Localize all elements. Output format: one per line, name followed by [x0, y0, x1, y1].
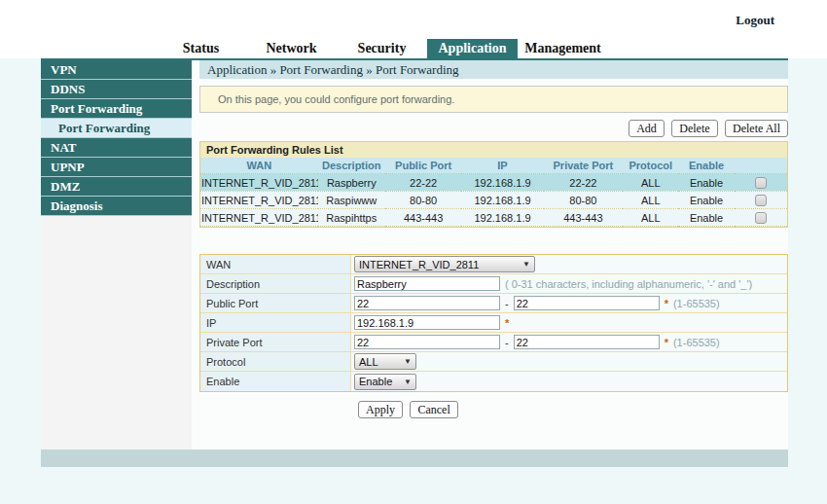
table-cell: 22-22	[385, 174, 461, 192]
table-row[interactable]: INTERNET_R_VID_2811Raspihttps443-443192.…	[200, 209, 787, 227]
delete-all-button[interactable]: Delete All	[725, 120, 788, 137]
cancel-button[interactable]: Cancel	[410, 401, 457, 418]
rules-list-panel: Port Forwarding Rules List WANDescriptio…	[199, 141, 788, 228]
row-checkbox[interactable]	[755, 212, 767, 224]
table-cell: INTERNET_R_VID_2811	[200, 174, 318, 192]
sidebar-item-port-forwarding[interactable]: Port Forwarding	[41, 99, 192, 119]
table-cell: 192.168.1.9	[461, 209, 543, 227]
row-checkbox[interactable]	[755, 177, 767, 189]
rules-table-body: INTERNET_R_VID_2811Raspberry22-22192.168…	[200, 174, 787, 227]
form-field-description: ( 0-31 characters, including alphanumeri…	[351, 274, 787, 293]
apply-button[interactable]: Apply	[358, 401, 403, 418]
form-label-public-port: Public Port	[200, 294, 351, 312]
column-header-public-port: Public Port	[385, 158, 461, 174]
table-cell: 80-80	[544, 192, 623, 209]
table-cell: ALL	[623, 192, 678, 209]
table-actions: Add Delete Delete All	[199, 119, 788, 138]
column-header-protocol: Protocol	[623, 158, 678, 174]
range-dash: -	[505, 298, 509, 309]
table-cell: Raspihttps	[318, 209, 385, 227]
rules-header-row: WANDescriptionPublic PortIPPrivate PortP…	[200, 158, 787, 174]
table-cell-select	[735, 209, 787, 227]
sidebar-item-port-forwarding-sub[interactable]: Port Forwarding	[41, 119, 192, 138]
protocol-select-value: ALL	[359, 356, 378, 368]
table-cell: INTERNET_R_VID_2811	[200, 192, 318, 209]
rules-list-title: Port Forwarding Rules List	[200, 142, 787, 158]
description-input[interactable]	[354, 276, 500, 291]
column-header-checkbox	[735, 158, 787, 174]
form-row-protocol: ProtocolALL▼	[200, 352, 787, 372]
form-label-private-port: Private Port	[200, 333, 351, 351]
delete-button[interactable]: Delete	[671, 120, 717, 137]
nav-tab-security[interactable]: Security	[337, 39, 427, 58]
public-port-start-input[interactable]	[354, 296, 500, 310]
table-cell: Enable	[678, 174, 734, 192]
sidebar-item-nat[interactable]: NAT	[41, 138, 192, 158]
table-row[interactable]: INTERNET_R_VID_2811Raspiwww80-80192.168.…	[200, 192, 787, 209]
table-cell: 22-22	[544, 174, 623, 192]
form-row-wan: WANINTERNET_R_VID_2811▼	[200, 255, 787, 274]
column-header-enable: Enable	[678, 158, 734, 174]
column-header-wan: WAN	[200, 158, 318, 174]
sidebar-item-diagnosis[interactable]: Diagnosis	[41, 197, 192, 216]
field-hint: (1-65535)	[673, 298, 720, 309]
form-row-public-port: Public Port-*(1-65535)	[200, 294, 787, 313]
submit-row: Apply Cancel	[199, 400, 788, 419]
table-cell-select	[735, 192, 787, 209]
logout-link[interactable]: Logout	[736, 13, 774, 28]
public-port-end-input[interactable]	[514, 296, 660, 310]
table-cell: 80-80	[385, 192, 461, 209]
ip-input[interactable]	[354, 315, 500, 330]
sidebar-item-dmz[interactable]: DMZ	[41, 177, 192, 197]
required-asterisk: *	[665, 298, 668, 309]
field-hint: (1-65535)	[673, 337, 720, 348]
main-nav: StatusNetworkSecurityApplicationManageme…	[156, 39, 608, 58]
form-field-wan: INTERNET_R_VID_2811▼	[351, 255, 787, 273]
table-cell: Enable	[678, 209, 734, 227]
row-checkbox[interactable]	[755, 195, 767, 206]
form-label-description: Description	[200, 274, 351, 293]
table-cell: Raspiwww	[318, 192, 385, 209]
private-port-start-input[interactable]	[354, 335, 500, 349]
table-cell-select	[735, 174, 787, 192]
table-cell: 192.168.1.9	[461, 174, 543, 192]
main-area: VPNDDNSPort ForwardingPort ForwardingNAT…	[41, 60, 788, 450]
nav-tab-network[interactable]: Network	[246, 39, 337, 58]
table-cell: 443-443	[544, 209, 623, 227]
nav-tab-application[interactable]: Application	[427, 39, 518, 58]
form-field-private-port: -*(1-65535)	[351, 333, 787, 351]
sidebar-item-upnp[interactable]: UPNP	[41, 158, 192, 177]
field-hint: ( 0-31 characters, including alphanumeri…	[505, 278, 752, 290]
form-row-description: Description( 0-31 characters, including …	[200, 274, 787, 294]
enable-select-value: Enable	[359, 376, 392, 387]
chevron-down-icon: ▼	[522, 260, 530, 269]
add-button[interactable]: Add	[629, 120, 665, 137]
sidebar: VPNDDNSPort ForwardingPort ForwardingNAT…	[41, 60, 192, 450]
protocol-select[interactable]: ALL▼	[354, 353, 416, 370]
rules-table: WANDescriptionPublic PortIPPrivate PortP…	[200, 158, 787, 227]
wan-select[interactable]: INTERNET_R_VID_2811▼	[354, 256, 535, 272]
range-dash: -	[505, 337, 509, 348]
sidebar-item-vpn[interactable]: VPN	[41, 60, 192, 80]
table-cell: Raspberry	[318, 174, 385, 192]
table-cell: ALL	[623, 174, 678, 192]
enable-select[interactable]: Enable▼	[354, 374, 416, 390]
table-cell: 192.168.1.9	[461, 192, 543, 209]
form-row-private-port: Private Port-*(1-65535)	[200, 333, 787, 352]
form-label-enable: Enable	[200, 372, 351, 391]
column-header-ip: IP	[461, 158, 543, 174]
private-port-end-input[interactable]	[514, 335, 660, 349]
sidebar-item-ddns[interactable]: DDNS	[41, 80, 192, 99]
form-label-wan: WAN	[200, 255, 351, 273]
table-row[interactable]: INTERNET_R_VID_2811Raspberry22-22192.168…	[200, 174, 787, 192]
required-asterisk: *	[505, 317, 509, 329]
page-notice: On this page, you could configure port f…	[199, 86, 788, 113]
form-field-protocol: ALL▼	[351, 352, 787, 371]
form-label-protocol: Protocol	[200, 352, 351, 371]
nav-tab-status[interactable]: Status	[156, 39, 246, 58]
column-header-private-port: Private Port	[544, 158, 623, 174]
table-cell: 443-443	[385, 209, 461, 227]
nav-tab-management[interactable]: Management	[518, 39, 608, 58]
table-cell: Enable	[678, 192, 734, 209]
form-row-ip: IP*	[200, 313, 787, 333]
